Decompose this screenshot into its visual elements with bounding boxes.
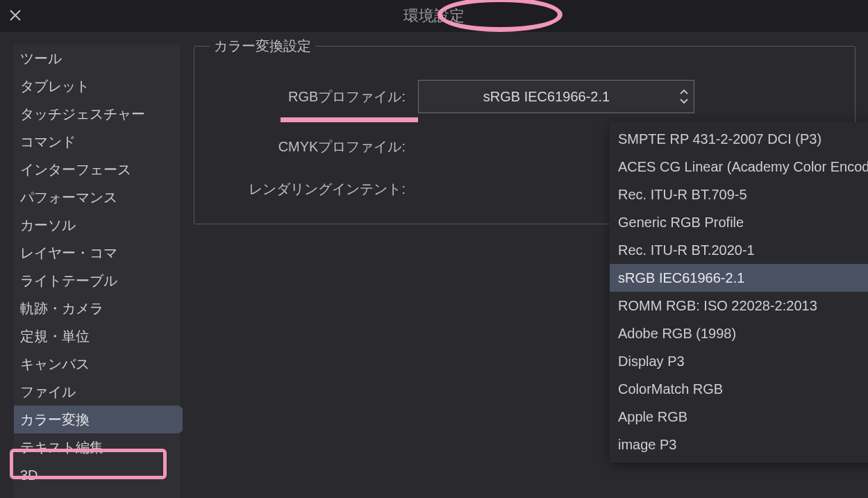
dropdown-option-11[interactable]: image P3 [610, 431, 868, 458]
sidebar-item-0[interactable]: ツール [14, 44, 180, 72]
sidebar-item-label: タッチジェスチャー [20, 105, 145, 124]
sidebar-item-5[interactable]: パフォーマンス [14, 183, 180, 211]
dropdown-option-6[interactable]: ROMM RGB: ISO 22028-2:2013 [610, 292, 868, 319]
chevron-down-icon [679, 97, 689, 104]
sidebar-item-label: ライトテーブル [20, 272, 117, 290]
close-icon [8, 8, 22, 22]
rgb-profile-dropdown: SMPTE RP 431-2-2007 DCI (P3)ACES CG Line… [610, 122, 868, 463]
main-panel: カラー変換設定 RGBプロファイル: sRGB IEC61966-2.1 CMY… [180, 32, 868, 498]
sidebar-item-label: パフォーマンス [20, 188, 117, 207]
sidebar-item-label: キャンバス [20, 355, 90, 374]
sidebar-item-label: タブレット [20, 77, 90, 96]
sidebar-item-label: インターフェース [20, 160, 131, 179]
sidebar-item-label: カーソル [20, 216, 76, 235]
dropdown-option-7[interactable]: Adobe RGB (1998) [610, 319, 868, 347]
row-rgb-profile: RGBプロファイル: sRGB IEC61966-2.1 [210, 80, 840, 113]
sidebar-item-3[interactable]: コマンド [14, 128, 180, 156]
sidebar-item-7[interactable]: レイヤー・コマ [14, 239, 180, 267]
sidebar-item-label: 定規・単位 [20, 327, 90, 346]
sidebar: ツールタブレットタッチジェスチャーコマンドインターフェースパフォーマンスカーソル… [14, 44, 180, 498]
sidebar-item-label: 3D [20, 467, 38, 483]
titlebar: 環境設定 [0, 0, 868, 32]
dropdown-option-3[interactable]: Generic RGB Profile [610, 208, 868, 236]
sidebar-item-14[interactable]: テキスト編集 [14, 433, 180, 461]
sidebar-item-label: ファイル [20, 383, 76, 401]
sidebar-item-label: レイヤー・コマ [20, 244, 117, 263]
sidebar-item-10[interactable]: 定規・単位 [14, 322, 180, 350]
close-button[interactable] [7, 7, 24, 24]
chevron-up-icon [679, 89, 689, 96]
select-stepper[interactable] [674, 89, 694, 104]
sidebar-item-label: ツール [20, 49, 62, 68]
dropdown-option-4[interactable]: Rec. ITU-R BT.2020-1 [610, 236, 868, 264]
dropdown-option-9[interactable]: ColorMatch RGB [610, 375, 868, 403]
sidebar-item-12[interactable]: ファイル [14, 378, 180, 406]
dropdown-option-1[interactable]: ACES CG Linear (Academy Color Encoding S… [610, 153, 868, 181]
dropdown-option-8[interactable]: Display P3 [610, 347, 868, 375]
sidebar-item-label: カラー変換 [20, 410, 90, 429]
sidebar-item-label: コマンド [20, 133, 76, 151]
sidebar-item-11[interactable]: キャンバス [14, 350, 180, 378]
label-rgb-profile: RGBプロファイル: [210, 88, 418, 106]
dropdown-option-2[interactable]: Rec. ITU-R BT.709-5 [610, 181, 868, 208]
fieldset-legend: カラー変換設定 [210, 37, 315, 56]
sidebar-item-label: テキスト編集 [20, 438, 103, 457]
sidebar-item-label: 軌跡・カメラ [20, 299, 103, 318]
sidebar-item-9[interactable]: 軌跡・カメラ [14, 294, 180, 322]
select-rgb-profile-value: sRGB IEC61966-2.1 [419, 89, 674, 105]
window-title: 環境設定 [403, 6, 465, 26]
dropdown-option-0[interactable]: SMPTE RP 431-2-2007 DCI (P3) [610, 125, 868, 153]
sidebar-item-6[interactable]: カーソル [14, 211, 180, 239]
label-rendering-intent: レンダリングインテント: [210, 180, 418, 199]
label-cmyk-profile: CMYKプロファイル: [210, 138, 418, 156]
sidebar-item-4[interactable]: インターフェース [14, 156, 180, 183]
sidebar-item-15[interactable]: 3D [14, 461, 180, 489]
sidebar-item-13[interactable]: カラー変換 [14, 406, 180, 433]
dropdown-option-5[interactable]: sRGB IEC61966-2.1 [610, 264, 868, 292]
select-rgb-profile[interactable]: sRGB IEC61966-2.1 [418, 80, 694, 113]
dropdown-option-10[interactable]: Apple RGB [610, 403, 868, 431]
sidebar-item-8[interactable]: ライトテーブル [14, 267, 180, 294]
sidebar-item-2[interactable]: タッチジェスチャー [14, 100, 180, 128]
annotation-rgb-underline [281, 117, 418, 122]
sidebar-item-1[interactable]: タブレット [14, 72, 180, 100]
